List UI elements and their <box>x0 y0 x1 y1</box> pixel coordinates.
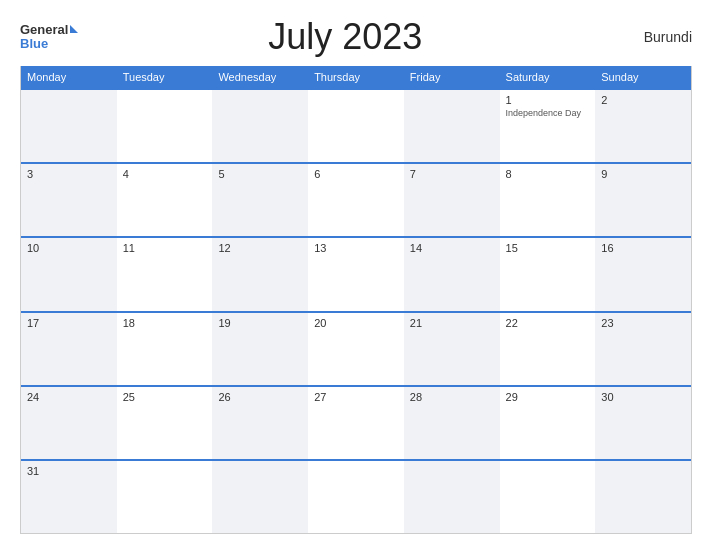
day-number: 21 <box>410 317 494 329</box>
weekday-header: Tuesday <box>117 66 213 88</box>
calendar-cell: 29 <box>500 387 596 459</box>
country-label: Burundi <box>612 29 692 45</box>
calendar-week: 1Independence Day2 <box>21 88 691 162</box>
day-number: 26 <box>218 391 302 403</box>
day-number: 30 <box>601 391 685 403</box>
day-number: 13 <box>314 242 398 254</box>
day-number: 8 <box>506 168 590 180</box>
day-number: 29 <box>506 391 590 403</box>
day-number: 24 <box>27 391 111 403</box>
day-number: 28 <box>410 391 494 403</box>
day-number: 20 <box>314 317 398 329</box>
calendar-week: 17181920212223 <box>21 311 691 385</box>
day-number: 3 <box>27 168 111 180</box>
day-number: 14 <box>410 242 494 254</box>
calendar-cell: 21 <box>404 313 500 385</box>
calendar-cell <box>308 90 404 162</box>
calendar-cell: 11 <box>117 238 213 310</box>
weekday-header: Wednesday <box>212 66 308 88</box>
calendar-cell: 23 <box>595 313 691 385</box>
day-number: 12 <box>218 242 302 254</box>
calendar-header: MondayTuesdayWednesdayThursdayFridaySatu… <box>21 66 691 88</box>
month-title: July 2023 <box>78 16 612 58</box>
day-number: 4 <box>123 168 207 180</box>
calendar-cell <box>212 90 308 162</box>
calendar-cell <box>117 90 213 162</box>
day-number: 15 <box>506 242 590 254</box>
day-number: 31 <box>27 465 111 477</box>
day-number: 1 <box>506 94 590 106</box>
calendar-cell: 17 <box>21 313 117 385</box>
calendar-cell: 28 <box>404 387 500 459</box>
day-number: 7 <box>410 168 494 180</box>
day-number: 2 <box>601 94 685 106</box>
calendar-cell: 13 <box>308 238 404 310</box>
calendar-cell: 24 <box>21 387 117 459</box>
calendar-cell: 22 <box>500 313 596 385</box>
calendar: MondayTuesdayWednesdayThursdayFridaySatu… <box>20 66 692 534</box>
day-number: 19 <box>218 317 302 329</box>
calendar-cell: 4 <box>117 164 213 236</box>
calendar-cell: 6 <box>308 164 404 236</box>
calendar-cell <box>117 461 213 533</box>
calendar-week: 3456789 <box>21 162 691 236</box>
logo-general-text: General <box>20 23 68 37</box>
calendar-cell: 12 <box>212 238 308 310</box>
calendar-cell: 8 <box>500 164 596 236</box>
logo-triangle-icon <box>70 25 78 33</box>
day-number: 6 <box>314 168 398 180</box>
day-number: 18 <box>123 317 207 329</box>
calendar-cell: 25 <box>117 387 213 459</box>
calendar-week: 31 <box>21 459 691 533</box>
calendar-body: 1Independence Day23456789101112131415161… <box>21 88 691 533</box>
calendar-cell: 5 <box>212 164 308 236</box>
calendar-cell: 31 <box>21 461 117 533</box>
calendar-cell: 19 <box>212 313 308 385</box>
calendar-week: 10111213141516 <box>21 236 691 310</box>
calendar-cell <box>21 90 117 162</box>
calendar-cell <box>404 90 500 162</box>
calendar-cell: 1Independence Day <box>500 90 596 162</box>
logo-text: General Blue <box>20 23 78 52</box>
day-number: 11 <box>123 242 207 254</box>
calendar-cell: 30 <box>595 387 691 459</box>
calendar-cell: 2 <box>595 90 691 162</box>
calendar-cell: 26 <box>212 387 308 459</box>
calendar-cell: 15 <box>500 238 596 310</box>
day-number: 17 <box>27 317 111 329</box>
day-number: 25 <box>123 391 207 403</box>
calendar-cell: 14 <box>404 238 500 310</box>
day-event: Independence Day <box>506 108 590 118</box>
calendar-cell: 9 <box>595 164 691 236</box>
day-number: 22 <box>506 317 590 329</box>
day-number: 16 <box>601 242 685 254</box>
calendar-cell: 10 <box>21 238 117 310</box>
day-number: 23 <box>601 317 685 329</box>
day-number: 9 <box>601 168 685 180</box>
calendar-cell <box>595 461 691 533</box>
calendar-week: 24252627282930 <box>21 385 691 459</box>
calendar-cell <box>308 461 404 533</box>
weekday-header: Sunday <box>595 66 691 88</box>
calendar-cell: 3 <box>21 164 117 236</box>
day-number: 10 <box>27 242 111 254</box>
calendar-cell: 27 <box>308 387 404 459</box>
calendar-cell <box>500 461 596 533</box>
day-number: 27 <box>314 391 398 403</box>
weekday-header: Friday <box>404 66 500 88</box>
weekday-header: Monday <box>21 66 117 88</box>
calendar-cell: 18 <box>117 313 213 385</box>
weekday-header: Thursday <box>308 66 404 88</box>
calendar-cell <box>404 461 500 533</box>
page: General Blue July 2023 Burundi MondayTue… <box>0 0 712 550</box>
day-number: 5 <box>218 168 302 180</box>
calendar-cell <box>212 461 308 533</box>
header: General Blue July 2023 Burundi <box>20 16 692 58</box>
calendar-cell: 20 <box>308 313 404 385</box>
calendar-cell: 16 <box>595 238 691 310</box>
logo-blue-text: Blue <box>20 37 78 51</box>
weekday-header: Saturday <box>500 66 596 88</box>
logo: General Blue <box>20 23 78 52</box>
calendar-cell: 7 <box>404 164 500 236</box>
